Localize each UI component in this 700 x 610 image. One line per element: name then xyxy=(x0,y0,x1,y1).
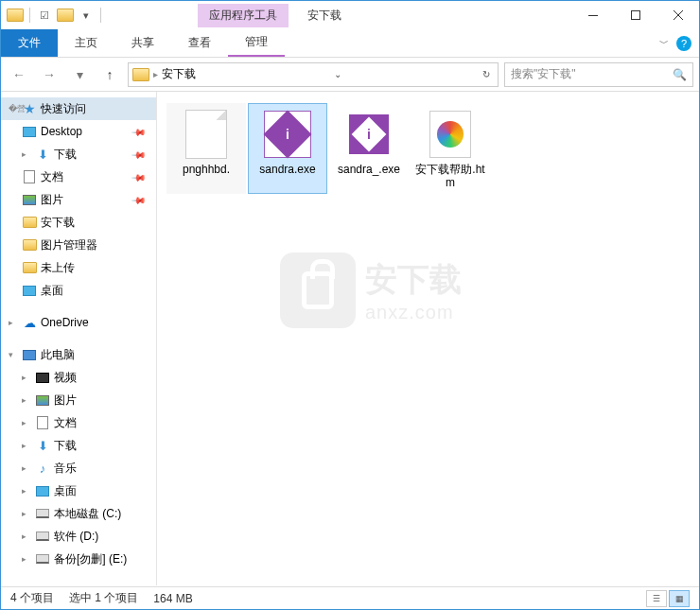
file-label: pnghhbd. xyxy=(183,163,230,176)
window-title: 安下载 xyxy=(307,8,341,24)
tree-downloads2[interactable]: ▸⬇下载 xyxy=(1,434,156,457)
address-folder-icon xyxy=(132,68,149,81)
file-item-sandra-underscore-exe[interactable]: i sandra_.exe xyxy=(329,103,409,194)
status-selection: 选中 1 个项目 xyxy=(69,590,138,606)
tree-downloads[interactable]: ▸⬇下载📌 xyxy=(1,143,156,166)
file-label: 安下载帮助.htm xyxy=(415,163,485,189)
tree-drive-d[interactable]: ▸软件 (D:) xyxy=(1,525,156,548)
refresh-icon[interactable]: ↻ xyxy=(479,69,494,79)
search-input[interactable]: 搜索"安下载" 🔍 xyxy=(504,62,693,87)
tree-onedrive[interactable]: ▸☁OneDrive xyxy=(1,311,156,334)
file-item-help-htm[interactable]: 安下载帮助.htm xyxy=(411,103,490,194)
qat-properties-icon[interactable]: ☑ xyxy=(36,7,53,24)
ribbon-tabs: 文件 主页 共享 查看 管理 ﹀ ? xyxy=(1,29,699,58)
back-button[interactable]: ← xyxy=(7,62,31,87)
file-list[interactable]: pnghhbd. i sandra.exe i sandra_.exe 安下载帮… xyxy=(157,92,699,585)
tree-documents[interactable]: 文档📌 xyxy=(1,166,156,188)
minimize-button[interactable] xyxy=(571,1,614,29)
collapse-ribbon-icon[interactable]: ﹀ xyxy=(659,37,669,50)
file-tab[interactable]: 文件 xyxy=(1,29,58,57)
view-tab[interactable]: 查看 xyxy=(171,29,228,57)
tree-quick-access[interactable]: �營★快速访问 xyxy=(1,97,156,120)
file-label: sandra.exe xyxy=(259,163,315,176)
tree-anxz[interactable]: 安下载 xyxy=(1,211,156,234)
htm-file-icon xyxy=(429,111,471,158)
tree-desktop3[interactable]: ▸桌面 xyxy=(1,479,156,502)
tree-desktop2[interactable]: 桌面 xyxy=(1,279,156,302)
recent-locations-button[interactable]: ▾ xyxy=(67,62,92,87)
tree-not-uploaded[interactable]: 未上传 xyxy=(1,256,156,279)
tree-pictures2[interactable]: ▸图片 xyxy=(1,389,156,411)
tree-documents2[interactable]: ▸文档 xyxy=(1,411,156,434)
pin-icon: 📌 xyxy=(131,192,147,207)
svg-rect-1 xyxy=(631,11,639,20)
tree-videos[interactable]: ▸视频 xyxy=(1,366,156,389)
tree-desktop[interactable]: Desktop📌 xyxy=(1,120,156,143)
nav-toolbar: ← → ▾ ↑ ▸ 安下载 ⌄ ↻ 搜索"安下载" 🔍 xyxy=(1,58,699,92)
manage-tab[interactable]: 管理 xyxy=(228,29,285,57)
quick-access-toolbar: ☑ ▾ xyxy=(1,7,103,24)
qat-customize-icon[interactable]: ▾ xyxy=(78,7,95,24)
file-item-sandra-exe[interactable]: i sandra.exe xyxy=(248,103,327,194)
tree-pic-mgr[interactable]: 图片管理器 xyxy=(1,234,156,256)
up-button[interactable]: ↑ xyxy=(97,62,122,87)
pin-icon: 📌 xyxy=(131,147,147,162)
window-controls xyxy=(571,1,699,29)
qat-open-icon[interactable] xyxy=(57,9,74,22)
pin-icon: 📌 xyxy=(131,169,147,184)
search-icon[interactable]: 🔍 xyxy=(673,68,687,81)
contextual-tab-header: 应用程序工具 xyxy=(198,4,289,27)
watermark: 安下载 anxz.com xyxy=(280,253,462,328)
tree-pictures[interactable]: 图片📌 xyxy=(1,188,156,211)
tree-network[interactable]: ▸网络 xyxy=(1,580,156,585)
tree-drive-e[interactable]: ▸备份[勿删] (E:) xyxy=(1,548,156,570)
status-size: 164 MB xyxy=(153,592,192,605)
tree-music[interactable]: ▸♪音乐 xyxy=(1,457,156,479)
home-tab[interactable]: 主页 xyxy=(58,29,114,57)
tree-drive-c[interactable]: ▸本地磁盘 (C:) xyxy=(1,502,156,525)
app-icon[interactable] xyxy=(7,9,24,22)
address-bar[interactable]: ▸ 安下载 ⌄ ↻ xyxy=(128,62,499,87)
close-button[interactable] xyxy=(656,1,699,29)
forward-button[interactable]: → xyxy=(37,62,61,87)
navigation-pane[interactable]: �營★快速访问 Desktop📌 ▸⬇下载📌 文档📌 图片📌 安下载 图片管理器… xyxy=(1,92,157,585)
status-item-count: 4 个项目 xyxy=(10,590,54,606)
icons-view-button[interactable]: ▦ xyxy=(669,590,690,607)
details-view-button[interactable]: ☰ xyxy=(646,590,667,607)
blank-file-icon xyxy=(185,110,227,159)
tree-this-pc[interactable]: ▾此电脑 xyxy=(1,343,156,366)
address-dropdown-icon[interactable]: ⌄ xyxy=(330,69,345,79)
pin-icon: 📌 xyxy=(131,124,147,139)
breadcrumb-item[interactable]: 安下载 xyxy=(162,66,196,82)
help-icon[interactable]: ? xyxy=(676,36,691,51)
chevron-right-icon[interactable]: ▸ xyxy=(153,69,158,79)
status-bar: 4 个项目 选中 1 个项目 164 MB ☰ ▦ xyxy=(1,586,699,609)
share-tab[interactable]: 共享 xyxy=(114,29,171,57)
file-label: sandra_.exe xyxy=(338,163,400,176)
sandra-icon: i xyxy=(264,111,311,158)
svg-rect-0 xyxy=(588,15,598,16)
titlebar: ☑ ▾ 应用程序工具 安下载 xyxy=(1,1,699,29)
maximize-button[interactable] xyxy=(614,1,656,29)
file-item-pnghhbd[interactable]: pnghhbd. xyxy=(166,103,246,194)
sandra-icon: i xyxy=(349,114,389,154)
search-placeholder: 搜索"安下载" xyxy=(511,66,576,82)
